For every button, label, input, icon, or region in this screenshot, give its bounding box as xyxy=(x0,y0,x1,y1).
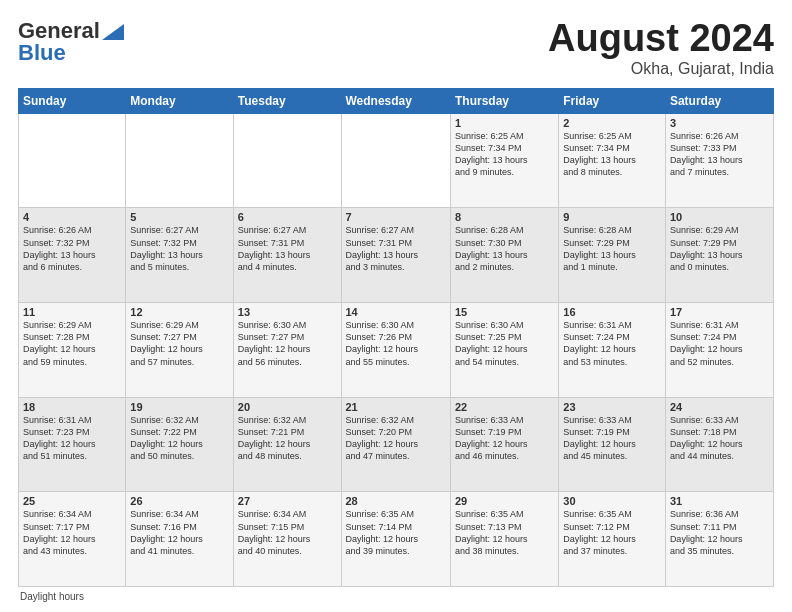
day-number: 13 xyxy=(238,306,337,318)
day-info: Sunrise: 6:34 AM Sunset: 7:16 PM Dayligh… xyxy=(130,508,228,557)
weekday-header-row: SundayMondayTuesdayWednesdayThursdayFrid… xyxy=(19,88,774,113)
calendar-row-1: 4Sunrise: 6:26 AM Sunset: 7:32 PM Daylig… xyxy=(19,208,774,303)
day-number: 4 xyxy=(23,211,121,223)
calendar-cell: 4Sunrise: 6:26 AM Sunset: 7:32 PM Daylig… xyxy=(19,208,126,303)
calendar-cell: 22Sunrise: 6:33 AM Sunset: 7:19 PM Dayli… xyxy=(450,397,558,492)
calendar-cell: 23Sunrise: 6:33 AM Sunset: 7:19 PM Dayli… xyxy=(559,397,666,492)
calendar-cell: 5Sunrise: 6:27 AM Sunset: 7:32 PM Daylig… xyxy=(126,208,233,303)
day-number: 5 xyxy=(130,211,228,223)
calendar-cell xyxy=(19,113,126,208)
weekday-monday: Monday xyxy=(126,88,233,113)
day-info: Sunrise: 6:35 AM Sunset: 7:14 PM Dayligh… xyxy=(346,508,446,557)
day-number: 14 xyxy=(346,306,446,318)
weekday-thursday: Thursday xyxy=(450,88,558,113)
calendar-cell: 9Sunrise: 6:28 AM Sunset: 7:29 PM Daylig… xyxy=(559,208,666,303)
svg-marker-0 xyxy=(102,24,124,40)
day-info: Sunrise: 6:32 AM Sunset: 7:20 PM Dayligh… xyxy=(346,414,446,463)
day-number: 16 xyxy=(563,306,661,318)
calendar-cell: 27Sunrise: 6:34 AM Sunset: 7:15 PM Dayli… xyxy=(233,492,341,587)
logo-icon xyxy=(102,24,124,40)
calendar-cell xyxy=(233,113,341,208)
day-info: Sunrise: 6:31 AM Sunset: 7:24 PM Dayligh… xyxy=(563,319,661,368)
day-number: 22 xyxy=(455,401,554,413)
day-number: 30 xyxy=(563,495,661,507)
day-info: Sunrise: 6:31 AM Sunset: 7:23 PM Dayligh… xyxy=(23,414,121,463)
day-number: 19 xyxy=(130,401,228,413)
calendar-cell: 8Sunrise: 6:28 AM Sunset: 7:30 PM Daylig… xyxy=(450,208,558,303)
day-info: Sunrise: 6:35 AM Sunset: 7:12 PM Dayligh… xyxy=(563,508,661,557)
day-number: 20 xyxy=(238,401,337,413)
calendar-cell: 17Sunrise: 6:31 AM Sunset: 7:24 PM Dayli… xyxy=(665,303,773,398)
day-info: Sunrise: 6:27 AM Sunset: 7:31 PM Dayligh… xyxy=(346,224,446,273)
calendar-cell: 7Sunrise: 6:27 AM Sunset: 7:31 PM Daylig… xyxy=(341,208,450,303)
header: General Blue August 2024 Okha, Gujarat, … xyxy=(18,18,774,78)
day-info: Sunrise: 6:34 AM Sunset: 7:15 PM Dayligh… xyxy=(238,508,337,557)
day-info: Sunrise: 6:25 AM Sunset: 7:34 PM Dayligh… xyxy=(563,130,661,179)
calendar-row-2: 11Sunrise: 6:29 AM Sunset: 7:28 PM Dayli… xyxy=(19,303,774,398)
calendar-cell: 20Sunrise: 6:32 AM Sunset: 7:21 PM Dayli… xyxy=(233,397,341,492)
day-info: Sunrise: 6:33 AM Sunset: 7:18 PM Dayligh… xyxy=(670,414,769,463)
day-number: 1 xyxy=(455,117,554,129)
calendar-row-4: 25Sunrise: 6:34 AM Sunset: 7:17 PM Dayli… xyxy=(19,492,774,587)
day-info: Sunrise: 6:29 AM Sunset: 7:29 PM Dayligh… xyxy=(670,224,769,273)
logo: General Blue xyxy=(18,18,124,66)
day-number: 9 xyxy=(563,211,661,223)
day-info: Sunrise: 6:28 AM Sunset: 7:29 PM Dayligh… xyxy=(563,224,661,273)
calendar-cell xyxy=(341,113,450,208)
day-number: 24 xyxy=(670,401,769,413)
footer-note: Daylight hours xyxy=(18,591,774,602)
day-info: Sunrise: 6:31 AM Sunset: 7:24 PM Dayligh… xyxy=(670,319,769,368)
day-info: Sunrise: 6:27 AM Sunset: 7:31 PM Dayligh… xyxy=(238,224,337,273)
day-info: Sunrise: 6:26 AM Sunset: 7:32 PM Dayligh… xyxy=(23,224,121,273)
calendar-cell: 31Sunrise: 6:36 AM Sunset: 7:11 PM Dayli… xyxy=(665,492,773,587)
day-number: 25 xyxy=(23,495,121,507)
calendar-cell: 21Sunrise: 6:32 AM Sunset: 7:20 PM Dayli… xyxy=(341,397,450,492)
day-number: 29 xyxy=(455,495,554,507)
calendar-cell: 24Sunrise: 6:33 AM Sunset: 7:18 PM Dayli… xyxy=(665,397,773,492)
day-number: 31 xyxy=(670,495,769,507)
calendar-cell: 28Sunrise: 6:35 AM Sunset: 7:14 PM Dayli… xyxy=(341,492,450,587)
calendar-page: General Blue August 2024 Okha, Gujarat, … xyxy=(0,0,792,612)
day-number: 23 xyxy=(563,401,661,413)
day-number: 10 xyxy=(670,211,769,223)
weekday-sunday: Sunday xyxy=(19,88,126,113)
calendar-cell: 15Sunrise: 6:30 AM Sunset: 7:25 PM Dayli… xyxy=(450,303,558,398)
day-number: 11 xyxy=(23,306,121,318)
day-info: Sunrise: 6:33 AM Sunset: 7:19 PM Dayligh… xyxy=(455,414,554,463)
day-number: 8 xyxy=(455,211,554,223)
logo-blue: Blue xyxy=(18,40,66,66)
calendar-cell: 30Sunrise: 6:35 AM Sunset: 7:12 PM Dayli… xyxy=(559,492,666,587)
calendar-cell: 29Sunrise: 6:35 AM Sunset: 7:13 PM Dayli… xyxy=(450,492,558,587)
day-info: Sunrise: 6:35 AM Sunset: 7:13 PM Dayligh… xyxy=(455,508,554,557)
day-info: Sunrise: 6:27 AM Sunset: 7:32 PM Dayligh… xyxy=(130,224,228,273)
calendar-cell: 16Sunrise: 6:31 AM Sunset: 7:24 PM Dayli… xyxy=(559,303,666,398)
day-number: 15 xyxy=(455,306,554,318)
daylight-label: Daylight hours xyxy=(20,591,84,602)
day-number: 6 xyxy=(238,211,337,223)
calendar-cell: 12Sunrise: 6:29 AM Sunset: 7:27 PM Dayli… xyxy=(126,303,233,398)
day-number: 27 xyxy=(238,495,337,507)
day-info: Sunrise: 6:30 AM Sunset: 7:27 PM Dayligh… xyxy=(238,319,337,368)
day-info: Sunrise: 6:28 AM Sunset: 7:30 PM Dayligh… xyxy=(455,224,554,273)
day-info: Sunrise: 6:26 AM Sunset: 7:33 PM Dayligh… xyxy=(670,130,769,179)
day-number: 7 xyxy=(346,211,446,223)
day-number: 17 xyxy=(670,306,769,318)
calendar-table: SundayMondayTuesdayWednesdayThursdayFrid… xyxy=(18,88,774,587)
day-info: Sunrise: 6:32 AM Sunset: 7:22 PM Dayligh… xyxy=(130,414,228,463)
calendar-cell: 19Sunrise: 6:32 AM Sunset: 7:22 PM Dayli… xyxy=(126,397,233,492)
day-info: Sunrise: 6:25 AM Sunset: 7:34 PM Dayligh… xyxy=(455,130,554,179)
day-info: Sunrise: 6:36 AM Sunset: 7:11 PM Dayligh… xyxy=(670,508,769,557)
weekday-friday: Friday xyxy=(559,88,666,113)
calendar-cell: 3Sunrise: 6:26 AM Sunset: 7:33 PM Daylig… xyxy=(665,113,773,208)
calendar-cell: 10Sunrise: 6:29 AM Sunset: 7:29 PM Dayli… xyxy=(665,208,773,303)
day-number: 21 xyxy=(346,401,446,413)
day-info: Sunrise: 6:33 AM Sunset: 7:19 PM Dayligh… xyxy=(563,414,661,463)
title-area: August 2024 Okha, Gujarat, India xyxy=(548,18,774,78)
day-number: 18 xyxy=(23,401,121,413)
weekday-saturday: Saturday xyxy=(665,88,773,113)
day-number: 28 xyxy=(346,495,446,507)
day-info: Sunrise: 6:32 AM Sunset: 7:21 PM Dayligh… xyxy=(238,414,337,463)
calendar-cell: 13Sunrise: 6:30 AM Sunset: 7:27 PM Dayli… xyxy=(233,303,341,398)
calendar-cell: 11Sunrise: 6:29 AM Sunset: 7:28 PM Dayli… xyxy=(19,303,126,398)
day-info: Sunrise: 6:34 AM Sunset: 7:17 PM Dayligh… xyxy=(23,508,121,557)
